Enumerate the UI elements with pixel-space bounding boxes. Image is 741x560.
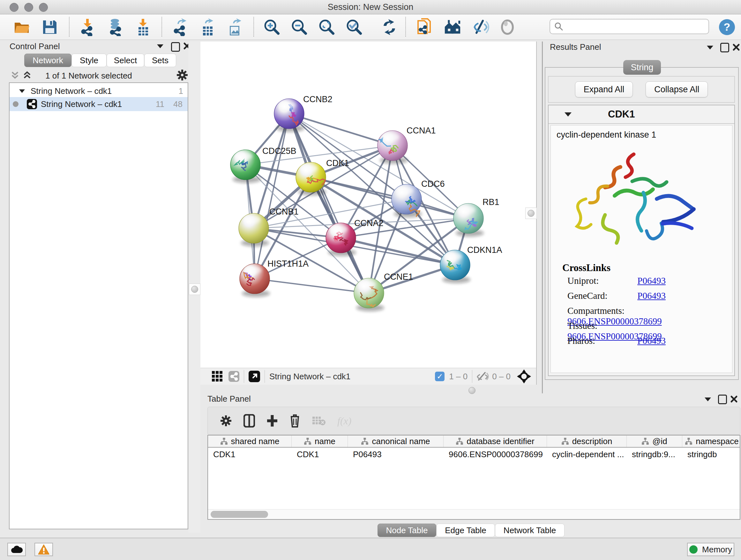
collection-expand-icon[interactable] (18, 88, 25, 94)
right-splitter-grip[interactable] (525, 207, 537, 219)
table-header-row[interactable]: shared namenamecanonical namedatabase id… (208, 435, 740, 448)
zoom-in-icon[interactable] (263, 18, 281, 36)
control-panel-title: Control Panel (10, 42, 60, 51)
table-cell: CDK1 (208, 449, 292, 459)
import-network-database-icon[interactable] (107, 18, 125, 36)
table-horizontal-scrollbar[interactable] (208, 509, 740, 519)
tab-network[interactable]: Network (24, 54, 71, 67)
crosslink-link[interactable]: P06493 (637, 291, 666, 301)
table-tab-bar: Node Table Edge Table Network Table (0, 523, 741, 538)
gene-section-header[interactable]: CDK1 (549, 105, 734, 124)
toolbar-separator (161, 17, 162, 37)
export-image-icon[interactable] (226, 18, 244, 36)
hide-glass-effect-icon[interactable] (472, 18, 489, 36)
help-icon[interactable]: ? (718, 18, 736, 36)
crosslink-row: Tissues: 9606.ENSP00000378699 (567, 320, 727, 335)
network-row-selected[interactable]: String Network – cdk1 11 48 (10, 97, 188, 111)
tab-style[interactable]: Style (71, 54, 107, 67)
show-glass-effect-icon[interactable] (498, 18, 516, 36)
collapse-all-button[interactable]: Collapse All (646, 81, 708, 98)
network-node-count: 11 (156, 99, 164, 109)
zoom-fit-icon[interactable] (318, 18, 336, 36)
birdseye-grid-icon[interactable] (212, 371, 223, 382)
network-share-icon[interactable] (228, 371, 239, 382)
crosshair-icon[interactable] (517, 369, 531, 383)
share-document-icon[interactable] (415, 18, 433, 36)
zoom-out-icon[interactable] (290, 18, 308, 36)
search-input[interactable] (563, 22, 699, 32)
search-icon (554, 22, 563, 31)
table-panel-title: Table Panel (207, 394, 251, 403)
open-home-pages-icon[interactable] (444, 18, 461, 36)
table-toolbar: f(x) (207, 407, 740, 435)
results-panel-close-icon[interactable] (732, 44, 740, 51)
open-session-icon[interactable] (13, 18, 30, 36)
left-splitter-grip[interactable] (189, 284, 200, 295)
gene-collapse-icon[interactable] (564, 111, 572, 118)
column-header-database-identifier[interactable]: database identifier (444, 435, 547, 447)
tab-edge-table[interactable]: Edge Table (436, 523, 495, 537)
table-row[interactable]: CDK1CDK1P064939606.ENSP00000378699cyclin… (208, 448, 740, 461)
save-session-icon[interactable] (41, 18, 59, 36)
control-panel-float-icon[interactable] (171, 42, 180, 52)
string-results-container: Expand All Collapse All CDK1 cyclin-depe… (545, 67, 739, 380)
show-columns-icon[interactable] (244, 414, 255, 428)
control-panel-menu-icon[interactable] (156, 43, 164, 49)
column-header-@id[interactable]: @id (627, 435, 682, 447)
network-list: String Network – cdk1 1 String Network –… (9, 82, 188, 530)
selected-checkbox-icon[interactable]: ✓ (435, 372, 445, 381)
memory-button[interactable]: Memory (687, 543, 734, 556)
memory-status-dot (689, 545, 697, 554)
warnings-button[interactable] (35, 543, 53, 556)
export-table-icon[interactable] (199, 18, 216, 36)
toolbar-separator (69, 17, 70, 37)
table-cell: CDK1 (292, 449, 348, 459)
graph-node-label: CCNA1 (407, 126, 436, 135)
table-cell: P06493 (348, 449, 444, 459)
network-collection-row[interactable]: String Network – cdk1 1 (10, 85, 188, 97)
column-header-description[interactable]: description (547, 435, 627, 447)
create-column-plus-icon[interactable] (266, 415, 278, 427)
network-options-gear-icon[interactable] (176, 69, 188, 81)
graph-node-label: CDC25B (262, 146, 296, 156)
graph-node-label: RB1 (482, 197, 499, 207)
table-panel-close-icon[interactable] (730, 395, 738, 403)
export-view-icon[interactable] (249, 371, 260, 382)
scrollbar-thumb[interactable] (211, 511, 268, 518)
network-view[interactable]: CCNB2CCNA1CDC25BCDK1CDC6RB1CCNB1CCNA2CDK… (200, 42, 537, 385)
column-header-name[interactable]: name (292, 435, 348, 447)
export-network-icon[interactable] (171, 18, 189, 36)
expand-all-button[interactable]: Expand All (575, 81, 633, 98)
tab-select[interactable]: Select (107, 54, 144, 67)
graph-node-label: CCNE1 (384, 272, 413, 282)
warning-icon (38, 544, 50, 555)
column-header-namespace[interactable]: namespace (682, 435, 740, 447)
tab-network-table[interactable]: Network Table (495, 523, 564, 537)
refresh-view-icon[interactable] (381, 18, 398, 36)
crosslink-link[interactable]: P06493 (637, 275, 666, 286)
expand-all-networks-icon[interactable] (22, 70, 32, 80)
table-panel-menu-icon[interactable] (704, 396, 712, 402)
zoom-selected-icon[interactable] (345, 18, 363, 36)
table-panel-float-icon[interactable] (718, 395, 727, 404)
column-header-shared-name[interactable]: shared name (208, 435, 292, 447)
tab-node-table[interactable]: Node Table (378, 523, 436, 537)
network-graph[interactable]: CCNB2CCNA1CDC25BCDK1CDC6RB1CCNB1CCNA2CDK… (200, 42, 536, 368)
crosslink-link[interactable]: P06493 (637, 335, 666, 346)
tab-sets[interactable]: Sets (144, 54, 176, 67)
toolbar-separator (405, 17, 406, 37)
table-settings-gear-icon[interactable] (220, 415, 232, 427)
delete-column-trash-icon[interactable] (289, 414, 300, 428)
results-panel-float-icon[interactable] (720, 43, 729, 52)
graph-node-label: CDK1 (326, 159, 349, 168)
cloud-icon (10, 545, 23, 554)
import-table-icon[interactable] (134, 18, 152, 36)
import-network-icon[interactable] (78, 18, 96, 36)
cloud-button[interactable] (7, 543, 26, 556)
tab-string[interactable]: String (623, 60, 661, 75)
results-panel-menu-icon[interactable] (706, 44, 714, 51)
string-network-icon (27, 99, 37, 109)
collapse-all-networks-icon[interactable] (10, 70, 20, 80)
column-header-canonical-name[interactable]: canonical name (348, 435, 444, 447)
status-bar: Memory (0, 538, 741, 560)
